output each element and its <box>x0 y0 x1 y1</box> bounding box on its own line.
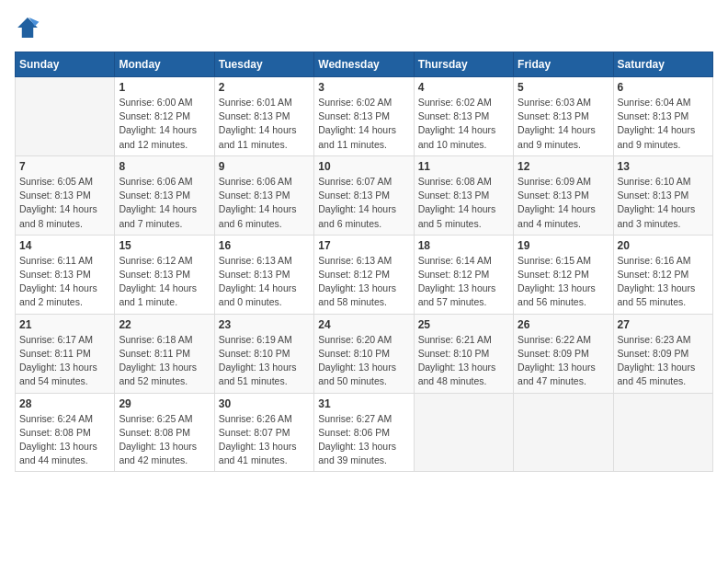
day-number: 9 <box>219 160 310 173</box>
day-number: 31 <box>318 397 409 410</box>
day-info: Sunrise: 6:26 AM Sunset: 8:07 PM Dayligh… <box>219 412 310 468</box>
day-number: 14 <box>19 239 110 252</box>
calendar-cell: 23Sunrise: 6:19 AM Sunset: 8:10 PM Dayli… <box>214 314 313 393</box>
calendar-cell: 18Sunrise: 6:14 AM Sunset: 8:12 PM Dayli… <box>414 235 513 314</box>
calendar-cell: 14Sunrise: 6:11 AM Sunset: 8:13 PM Dayli… <box>16 235 115 314</box>
day-number: 28 <box>19 397 110 410</box>
calendar-week-row: 1Sunrise: 6:00 AM Sunset: 8:12 PM Daylig… <box>16 77 713 156</box>
day-of-week-header: Monday <box>115 52 214 77</box>
calendar-cell: 21Sunrise: 6:17 AM Sunset: 8:11 PM Dayli… <box>16 314 115 393</box>
day-number: 16 <box>219 239 310 252</box>
day-info: Sunrise: 6:16 AM Sunset: 8:12 PM Dayligh… <box>618 254 709 310</box>
day-info: Sunrise: 6:02 AM Sunset: 8:13 PM Dayligh… <box>418 96 509 152</box>
calendar-cell: 4Sunrise: 6:02 AM Sunset: 8:13 PM Daylig… <box>414 77 513 156</box>
day-number: 26 <box>518 318 609 331</box>
day-info: Sunrise: 6:25 AM Sunset: 8:08 PM Dayligh… <box>119 412 210 468</box>
calendar-cell: 7Sunrise: 6:05 AM Sunset: 8:13 PM Daylig… <box>16 155 115 235</box>
calendar-cell: 11Sunrise: 6:08 AM Sunset: 8:13 PM Dayli… <box>414 155 513 235</box>
day-number: 4 <box>418 81 509 94</box>
day-number: 18 <box>418 239 509 252</box>
day-info: Sunrise: 6:22 AM Sunset: 8:09 PM Dayligh… <box>518 333 609 389</box>
day-number: 19 <box>518 239 609 252</box>
day-number: 17 <box>318 239 409 252</box>
calendar-cell: 20Sunrise: 6:16 AM Sunset: 8:12 PM Dayli… <box>613 235 712 314</box>
day-info: Sunrise: 6:12 AM Sunset: 8:13 PM Dayligh… <box>119 254 210 310</box>
calendar-cell: 24Sunrise: 6:20 AM Sunset: 8:10 PM Dayli… <box>314 314 414 393</box>
day-info: Sunrise: 6:09 AM Sunset: 8:13 PM Dayligh… <box>518 175 609 231</box>
day-info: Sunrise: 6:08 AM Sunset: 8:13 PM Dayligh… <box>418 175 509 231</box>
day-info: Sunrise: 6:11 AM Sunset: 8:13 PM Dayligh… <box>19 254 110 310</box>
day-info: Sunrise: 6:27 AM Sunset: 8:06 PM Dayligh… <box>318 412 409 468</box>
day-number: 24 <box>318 318 409 331</box>
day-number: 29 <box>119 397 210 410</box>
day-number: 12 <box>518 160 609 173</box>
day-number: 25 <box>418 318 509 331</box>
day-number: 13 <box>618 160 709 173</box>
calendar-cell: 27Sunrise: 6:23 AM Sunset: 8:09 PM Dayli… <box>613 314 712 393</box>
day-info: Sunrise: 6:10 AM Sunset: 8:13 PM Dayligh… <box>618 175 709 231</box>
calendar-cell: 30Sunrise: 6:26 AM Sunset: 8:07 PM Dayli… <box>214 393 313 472</box>
day-info: Sunrise: 6:02 AM Sunset: 8:13 PM Dayligh… <box>318 96 409 152</box>
day-number: 10 <box>318 160 409 173</box>
day-info: Sunrise: 6:15 AM Sunset: 8:12 PM Dayligh… <box>518 254 609 310</box>
day-of-week-header: Wednesday <box>314 52 414 77</box>
day-of-week-header: Friday <box>514 52 613 77</box>
day-number: 27 <box>618 318 709 331</box>
calendar-cell: 3Sunrise: 6:02 AM Sunset: 8:13 PM Daylig… <box>314 77 414 156</box>
calendar-cell: 12Sunrise: 6:09 AM Sunset: 8:13 PM Dayli… <box>514 155 613 235</box>
day-info: Sunrise: 6:00 AM Sunset: 8:12 PM Dayligh… <box>119 96 210 152</box>
day-info: Sunrise: 6:06 AM Sunset: 8:13 PM Dayligh… <box>119 175 210 231</box>
day-info: Sunrise: 6:19 AM Sunset: 8:10 PM Dayligh… <box>219 333 310 389</box>
calendar-cell: 28Sunrise: 6:24 AM Sunset: 8:08 PM Dayli… <box>16 393 115 472</box>
calendar-cell: 8Sunrise: 6:06 AM Sunset: 8:13 PM Daylig… <box>115 155 214 235</box>
day-of-week-header: Sunday <box>16 52 115 77</box>
day-number: 20 <box>618 239 709 252</box>
day-of-week-header: Saturday <box>613 52 712 77</box>
calendar-cell <box>414 393 513 472</box>
calendar-cell <box>16 77 115 156</box>
calendar-week-row: 28Sunrise: 6:24 AM Sunset: 8:08 PM Dayli… <box>16 393 713 472</box>
day-info: Sunrise: 6:18 AM Sunset: 8:11 PM Dayligh… <box>119 333 210 389</box>
day-info: Sunrise: 6:04 AM Sunset: 8:13 PM Dayligh… <box>618 96 709 152</box>
day-number: 15 <box>119 239 210 252</box>
calendar-cell: 5Sunrise: 6:03 AM Sunset: 8:13 PM Daylig… <box>514 77 613 156</box>
day-info: Sunrise: 6:01 AM Sunset: 8:13 PM Dayligh… <box>219 96 310 152</box>
day-info: Sunrise: 6:24 AM Sunset: 8:08 PM Dayligh… <box>19 412 110 468</box>
calendar-cell: 1Sunrise: 6:00 AM Sunset: 8:12 PM Daylig… <box>115 77 214 156</box>
day-number: 11 <box>418 160 509 173</box>
calendar-cell: 6Sunrise: 6:04 AM Sunset: 8:13 PM Daylig… <box>613 77 712 156</box>
calendar-cell: 22Sunrise: 6:18 AM Sunset: 8:11 PM Dayli… <box>115 314 214 393</box>
calendar-week-row: 7Sunrise: 6:05 AM Sunset: 8:13 PM Daylig… <box>16 155 713 235</box>
day-number: 7 <box>19 160 110 173</box>
calendar-cell <box>613 393 712 472</box>
day-info: Sunrise: 6:23 AM Sunset: 8:09 PM Dayligh… <box>618 333 709 389</box>
day-info: Sunrise: 6:13 AM Sunset: 8:13 PM Dayligh… <box>219 254 310 310</box>
day-number: 1 <box>119 81 210 94</box>
day-number: 5 <box>518 81 609 94</box>
calendar-cell: 17Sunrise: 6:13 AM Sunset: 8:12 PM Dayli… <box>314 235 414 314</box>
calendar-cell: 19Sunrise: 6:15 AM Sunset: 8:12 PM Dayli… <box>514 235 613 314</box>
day-number: 6 <box>618 81 709 94</box>
calendar-cell: 9Sunrise: 6:06 AM Sunset: 8:13 PM Daylig… <box>214 155 313 235</box>
calendar-cell: 10Sunrise: 6:07 AM Sunset: 8:13 PM Dayli… <box>314 155 414 235</box>
calendar-week-row: 21Sunrise: 6:17 AM Sunset: 8:11 PM Dayli… <box>16 314 713 393</box>
day-number: 23 <box>219 318 310 331</box>
day-info: Sunrise: 6:07 AM Sunset: 8:13 PM Dayligh… <box>318 175 409 231</box>
calendar-cell: 2Sunrise: 6:01 AM Sunset: 8:13 PM Daylig… <box>214 77 313 156</box>
calendar-cell: 31Sunrise: 6:27 AM Sunset: 8:06 PM Dayli… <box>314 393 414 472</box>
day-number: 22 <box>119 318 210 331</box>
calendar-table: SundayMondayTuesdayWednesdayThursdayFrid… <box>15 52 713 472</box>
calendar-cell: 26Sunrise: 6:22 AM Sunset: 8:09 PM Dayli… <box>514 314 613 393</box>
day-info: Sunrise: 6:20 AM Sunset: 8:10 PM Dayligh… <box>318 333 409 389</box>
calendar-week-row: 14Sunrise: 6:11 AM Sunset: 8:13 PM Dayli… <box>16 235 713 314</box>
day-info: Sunrise: 6:21 AM Sunset: 8:10 PM Dayligh… <box>418 333 509 389</box>
day-info: Sunrise: 6:06 AM Sunset: 8:13 PM Dayligh… <box>219 175 310 231</box>
logo-icon <box>15 15 40 40</box>
day-info: Sunrise: 6:05 AM Sunset: 8:13 PM Dayligh… <box>19 175 110 231</box>
calendar-cell: 29Sunrise: 6:25 AM Sunset: 8:08 PM Dayli… <box>115 393 214 472</box>
logo <box>15 15 44 40</box>
day-of-week-header: Thursday <box>414 52 513 77</box>
day-number: 2 <box>219 81 310 94</box>
calendar-cell: 16Sunrise: 6:13 AM Sunset: 8:13 PM Dayli… <box>214 235 313 314</box>
header <box>15 15 713 40</box>
